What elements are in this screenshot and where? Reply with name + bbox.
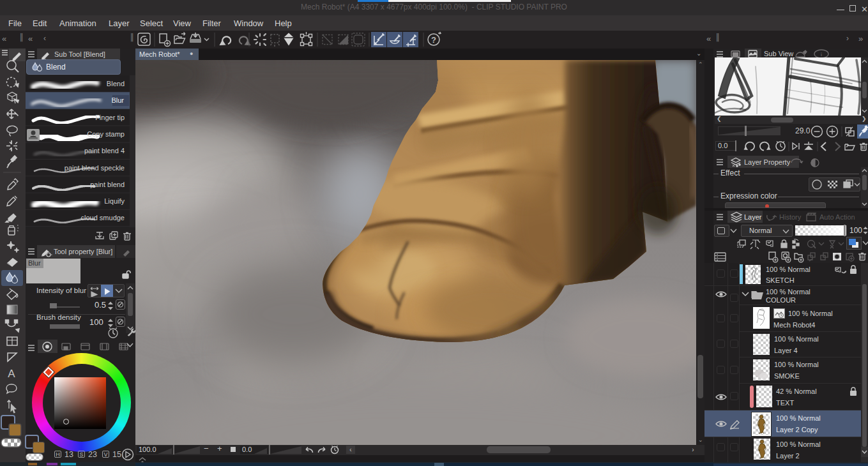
svg-text:?: ? [431,35,436,45]
svg-text:A: A [8,368,15,380]
svg-text:i: i [821,51,823,57]
